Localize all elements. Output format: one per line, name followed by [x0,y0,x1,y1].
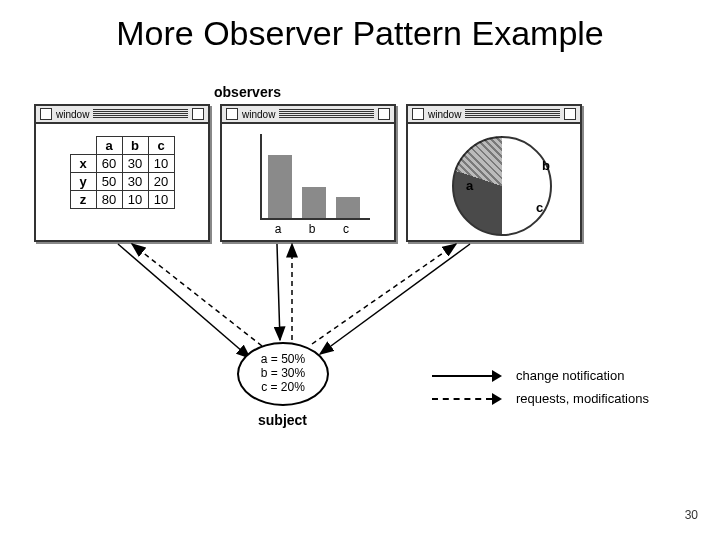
row-header: z [70,191,96,209]
svg-line-0 [118,244,250,358]
cell: 60 [96,155,122,173]
bar-a [268,155,292,218]
window-title: window [242,109,275,120]
data-table: a b c x 60 30 10 y 50 30 20 z [70,136,175,209]
table-corner [70,137,96,155]
col-header: b [122,137,148,155]
cell: 10 [122,191,148,209]
page-number: 30 [685,508,698,522]
dashed-arrow-icon [432,393,504,405]
cell: 50 [96,173,122,191]
observer-windows: window a b c x 60 30 10 y [34,104,582,242]
titlebar-stripes [465,109,560,119]
bar-x-labels: a b c [260,222,370,236]
col-header: c [148,137,174,155]
subject-ellipse: a = 50% b = 30% c = 20% [237,342,329,406]
cell: 80 [96,191,122,209]
bar-b [302,187,326,219]
window-control-icon[interactable] [192,108,204,120]
svg-line-4 [320,244,470,354]
subject-line: b = 30% [261,367,305,381]
bar-chart-window: window a b c [220,104,396,242]
pie-label-c: c [536,200,543,215]
row-header: y [70,173,96,191]
row-header: x [70,155,96,173]
subject-line: c = 20% [261,381,305,395]
titlebar-stripes [93,109,188,119]
legend: change notification requests, modificati… [432,368,649,414]
window-control-icon[interactable] [226,108,238,120]
titlebar-stripes [279,109,374,119]
legend-row-dashed: requests, modifications [432,391,649,406]
window-control-icon[interactable] [564,108,576,120]
cell: 30 [122,173,148,191]
subject-line: a = 50% [261,353,305,367]
bar-label: b [300,222,324,236]
col-header: a [96,137,122,155]
svg-line-1 [132,244,262,346]
bar-c [336,197,360,218]
arrows-svg [0,0,720,540]
window-title: window [56,109,89,120]
pie-label-b: b [542,158,550,173]
window-control-icon[interactable] [378,108,390,120]
page-title: More Observer Pattern Example [0,14,720,53]
titlebar: window [36,106,208,124]
legend-text: requests, modifications [516,391,649,406]
pie-label-a: a [466,178,473,193]
titlebar: window [408,106,580,124]
pie-body: a b c [408,124,580,240]
window-control-icon[interactable] [412,108,424,120]
cell: 20 [148,173,174,191]
pie-chart-window: window a b c [406,104,582,242]
titlebar: window [222,106,394,124]
bar-label: c [334,222,358,236]
solid-arrow-icon [432,370,504,382]
svg-line-5 [312,244,456,344]
cell: 30 [122,155,148,173]
table-window: window a b c x 60 30 10 y [34,104,210,242]
cell: 10 [148,191,174,209]
subject-label: subject [258,412,307,428]
window-control-icon[interactable] [40,108,52,120]
observers-label: observers [214,84,281,100]
bar-axes [260,134,370,220]
legend-row-solid: change notification [432,368,649,383]
cell: 10 [148,155,174,173]
bar-body: a b c [222,124,394,240]
legend-text: change notification [516,368,624,383]
table-body: a b c x 60 30 10 y 50 30 20 z [36,124,208,240]
svg-line-2 [277,244,280,340]
bar-label: a [266,222,290,236]
window-title: window [428,109,461,120]
